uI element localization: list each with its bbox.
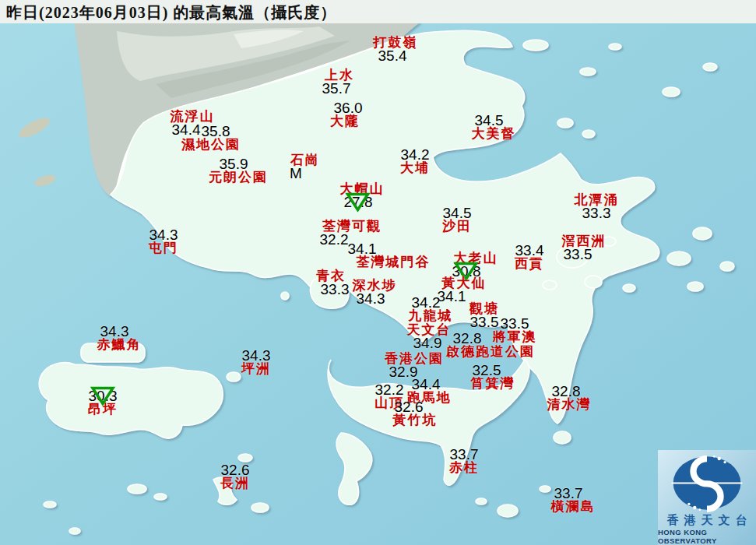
station-name: 啟德跑道公園 <box>446 345 535 358</box>
logo-chinese-name: 香港天文台 <box>662 513 753 528</box>
station-sham-shui-po: 深水埗34.3 <box>353 279 397 305</box>
station-value: 35.8 <box>202 125 230 138</box>
station-value: 34.5 <box>475 114 504 127</box>
station-sheung-shui: 上水35.7 <box>325 69 354 95</box>
station-value: M <box>290 167 302 180</box>
station-name: 西貢 <box>515 257 544 270</box>
station-value: 33.3 <box>321 283 350 296</box>
station-value: 34.3 <box>242 349 271 362</box>
station-wetland-park: 35.8濕地公園 <box>181 125 241 151</box>
station-name: 坪洲 <box>241 362 271 375</box>
station-name: 將軍澳 <box>493 330 537 343</box>
station-value: 32.8 <box>453 332 482 345</box>
station-name: 濕地公園 <box>181 138 241 151</box>
logo-english-name: HONG KONG OBSERVATORY <box>658 528 756 545</box>
station-tai-mo-shan: 大帽山27.8 <box>340 182 385 209</box>
station-value: 34.3 <box>100 325 129 338</box>
station-name: 元朗公園 <box>209 171 268 184</box>
peng-chau-island <box>227 372 241 382</box>
station-name: 赤柱 <box>449 461 479 474</box>
station-tseung-kwan-o: 33.5將軍澳 <box>493 317 537 343</box>
ma-wan-island <box>281 292 289 300</box>
station-hk-observatory: 天文台34.9 <box>407 323 452 350</box>
station-value: 35.7 <box>322 82 351 95</box>
station-name: 九龍城 <box>409 309 453 322</box>
station-value: 35.4 <box>378 49 407 62</box>
station-stanley: 33.7赤柱 <box>449 448 479 474</box>
station-name: 大埔 <box>400 161 430 174</box>
station-value: 33.5 <box>501 317 529 330</box>
weather-map-screen: 昨日(2023年06月03日) 的最高氣溫（攝氏度） 打鼓嶺35.4上水35.7… <box>0 0 756 545</box>
station-peng-chau: 34.3坪洲 <box>241 349 271 375</box>
hko-logo-block: 香港天文台 HONG KONG OBSERVATORY <box>658 450 756 545</box>
station-tai-lo-shan: 大老山30.8 <box>454 251 498 278</box>
station-pak-tam-chung: 北潭涌33.3 <box>575 193 619 220</box>
station-tai-mei-tuk: 34.5大美督 <box>472 114 516 140</box>
map-title: 昨日(2023年06月03日) 的最高氣溫（攝氏度） <box>6 2 336 23</box>
station-sha-tin: 34.5沙田 <box>442 206 472 233</box>
station-value: 32.6 <box>395 400 424 413</box>
station-name: 大隴 <box>330 114 360 128</box>
station-shek-kong: 石崗M <box>290 153 320 180</box>
station-tai-lung: 36.0大隴 <box>330 101 360 128</box>
station-value: 32.2 <box>375 383 404 396</box>
station-waglan-island: 33.7橫瀾島 <box>551 487 596 513</box>
station-tsuen-wan-shing-mun-valley: 34.1荃灣城門谷 <box>357 242 431 269</box>
station-name: 筲箕灣 <box>471 377 515 390</box>
hong-kong-map <box>0 0 756 545</box>
station-value: 34.4 <box>412 378 441 391</box>
station-name: 橫瀾島 <box>551 500 596 513</box>
station-sai-kung: 33.4西貢 <box>515 244 544 270</box>
station-name: 屯門 <box>149 241 178 255</box>
station-value: 32.5 <box>473 364 501 377</box>
station-ngong-ping: 30.3昂坪 <box>88 389 118 416</box>
station-name: 大美督 <box>472 127 516 140</box>
station-value: 34.2 <box>412 296 441 309</box>
station-name: 昂坪 <box>88 403 118 416</box>
station-value: 32.6 <box>221 463 250 476</box>
station-yuen-long-park: 35.9元朗公園 <box>209 157 268 184</box>
station-value: 32.8 <box>552 385 581 398</box>
station-value: 33.7 <box>554 487 583 500</box>
station-name: 長洲 <box>220 476 250 490</box>
station-tai-po: 34.2大埔 <box>400 148 430 174</box>
station-tuen-mun: 34.3屯門 <box>149 228 178 255</box>
station-chek-lap-kok: 34.3赤鱲角 <box>97 325 142 351</box>
station-value: 33.7 <box>450 448 479 461</box>
title-bar: 昨日(2023年06月03日) 的最高氣溫（攝氏度） <box>0 0 756 23</box>
station-value: 33.5 <box>564 248 592 261</box>
station-value: 33.4 <box>515 244 544 257</box>
station-value: 33.3 <box>582 206 611 220</box>
station-wong-chuk-hang: 32.6黃竹坑 <box>393 400 438 427</box>
station-value: 34.5 <box>443 206 472 220</box>
extreme-marker-icon <box>345 191 371 212</box>
station-value: 34.2 <box>401 148 430 161</box>
station-hong-kong-park: 香港公園32.9 <box>385 352 444 378</box>
hko-logo-icon <box>658 450 756 516</box>
station-clear-water-bay: 32.8清水灣 <box>547 385 592 411</box>
station-value: 36.0 <box>334 101 363 114</box>
station-value: 34.3 <box>149 228 178 241</box>
station-name: 黃竹坑 <box>393 413 438 427</box>
station-name: 清水灣 <box>547 398 592 411</box>
station-value: 32.2 <box>320 233 349 246</box>
station-tsing-yi: 青衣33.3 <box>316 269 346 296</box>
station-cheung-chau: 32.6長洲 <box>220 463 250 490</box>
station-name: 赤鱲角 <box>97 338 142 351</box>
station-kau-sai-chau: 滘西洲33.5 <box>562 234 607 261</box>
station-value: 30.3 <box>89 389 118 403</box>
station-name: 沙田 <box>442 220 472 233</box>
extreme-marker-icon <box>90 385 116 406</box>
station-ta-kwu-ling: 打鼓嶺35.4 <box>374 36 418 62</box>
station-kowloon-city: 34.2九龍城 <box>409 296 453 322</box>
station-value: 34.1 <box>348 242 377 255</box>
station-shau-kei-wan: 32.5筲箕灣 <box>471 364 515 390</box>
station-name: 荃灣城門谷 <box>357 255 431 269</box>
station-value: 34.3 <box>357 292 385 305</box>
station-value: 27.8 <box>344 195 373 209</box>
station-value: 35.9 <box>220 157 248 171</box>
station-value: 34.9 <box>413 336 442 350</box>
